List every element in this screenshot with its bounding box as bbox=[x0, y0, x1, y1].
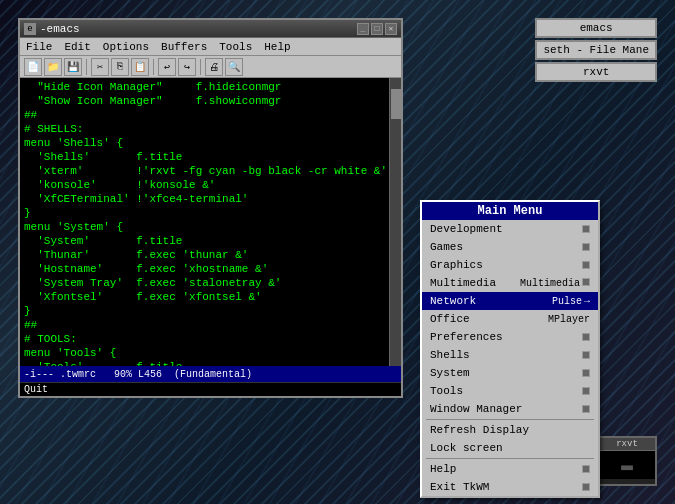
editor-line: ## bbox=[24, 108, 397, 122]
menu-network[interactable]: Network Pulse → bbox=[422, 292, 598, 310]
emacs-menubar: File Edit Options Buffers Tools Help bbox=[20, 38, 401, 56]
editor-line: } bbox=[24, 206, 397, 220]
editor-line: 'Xfontsel' f.exec 'xfontsel &' bbox=[24, 290, 397, 304]
menu-file[interactable]: File bbox=[20, 38, 58, 55]
menu-system[interactable]: System bbox=[422, 364, 598, 382]
menu-preferences-label: Preferences bbox=[430, 331, 503, 343]
toolbar-print[interactable]: 🖨 bbox=[205, 58, 223, 76]
editor-line: menu 'System' { bbox=[24, 220, 397, 234]
menu-shells[interactable]: Shells bbox=[422, 346, 598, 364]
editor-line: # SHELLS: bbox=[24, 122, 397, 136]
editor-scrollbar[interactable] bbox=[389, 78, 401, 366]
menu-preferences[interactable]: Preferences bbox=[422, 328, 598, 346]
menu-network-label: Network bbox=[430, 295, 476, 307]
main-menu-title: Main Menu bbox=[422, 202, 598, 220]
rxvt-content: ▬ bbox=[599, 451, 655, 479]
editor-line: 'xterm' !'rxvt -fg cyan -bg black -cr wh… bbox=[24, 164, 397, 178]
mode-line-text: -i--- .twmrc 90% L456 (Fundamental) bbox=[24, 369, 252, 380]
development-arrow-icon bbox=[582, 225, 590, 233]
small-win-seth-label: seth - File Mane bbox=[543, 44, 649, 56]
menu-help[interactable]: Help bbox=[422, 460, 598, 478]
close-button[interactable]: ✕ bbox=[385, 23, 397, 35]
toolbar-undo[interactable]: ↩ bbox=[158, 58, 176, 76]
menu-buffers[interactable]: Buffers bbox=[155, 38, 213, 55]
multimedia-extra: Multimedia bbox=[520, 278, 590, 289]
menu-separator-1 bbox=[426, 419, 594, 420]
menu-graphics-label: Graphics bbox=[430, 259, 483, 271]
menu-graphics[interactable]: Graphics bbox=[422, 256, 598, 274]
toolbar-new[interactable]: 📄 bbox=[24, 58, 42, 76]
editor-line: ## bbox=[24, 318, 397, 332]
editor-line: menu 'Tools' { bbox=[24, 346, 397, 360]
toolbar-copy[interactable]: ⎘ bbox=[111, 58, 129, 76]
editor-line: 'Shells' f.title bbox=[24, 150, 397, 164]
editor-content[interactable]: "Hide Icon Manager" f.hideiconmgr "Show … bbox=[20, 78, 401, 366]
status-bar: -i--- .twmrc 90% L456 (Fundamental) bbox=[20, 366, 401, 382]
menu-development-label: Development bbox=[430, 223, 503, 235]
menu-multimedia[interactable]: Multimedia Multimedia bbox=[422, 274, 598, 292]
editor-line: } bbox=[24, 304, 397, 318]
small-win-rxvt-label[interactable]: rxvt bbox=[535, 62, 657, 82]
menu-tools[interactable]: Tools bbox=[422, 382, 598, 400]
editor-line: 'Tools' f.title bbox=[24, 360, 397, 366]
menu-window-manager[interactable]: Window Manager bbox=[422, 400, 598, 418]
network-submenu: Pulse → bbox=[552, 296, 590, 307]
toolbar-open[interactable]: 📁 bbox=[44, 58, 62, 76]
editor-line: "Hide Icon Manager" f.hideiconmgr bbox=[24, 80, 397, 94]
menu-refresh[interactable]: Refresh Display bbox=[422, 421, 598, 439]
menu-options[interactable]: Options bbox=[97, 38, 155, 55]
menu-wm-label: Window Manager bbox=[430, 403, 522, 415]
scroll-thumb[interactable] bbox=[391, 89, 401, 119]
emacs-titlebar: e -emacs _ □ ✕ bbox=[20, 20, 401, 38]
tools-arrow-icon bbox=[582, 387, 590, 395]
menu-games[interactable]: Games bbox=[422, 238, 598, 256]
menu-office[interactable]: Office MPlayer bbox=[422, 310, 598, 328]
editor-line: "Show Icon Manager" f.showiconmgr bbox=[24, 94, 397, 108]
menu-system-label: System bbox=[430, 367, 470, 379]
maximize-button[interactable]: □ bbox=[371, 23, 383, 35]
graphics-arrow-icon bbox=[582, 261, 590, 269]
menu-development[interactable]: Development bbox=[422, 220, 598, 238]
menu-exit[interactable]: Exit TkWM bbox=[422, 478, 598, 496]
small-win-seth[interactable]: seth - File Mane bbox=[535, 40, 657, 60]
menu-shells-label: Shells bbox=[430, 349, 470, 361]
toolbar-save[interactable]: 💾 bbox=[64, 58, 82, 76]
minimize-button[interactable]: _ bbox=[357, 23, 369, 35]
shells-arrow-icon bbox=[582, 351, 590, 359]
rxvt-terminal-icon: ▬ bbox=[621, 454, 633, 477]
menu-refresh-label: Refresh Display bbox=[430, 424, 529, 436]
editor-line: 'konsole' !'konsole &' bbox=[24, 178, 397, 192]
rxvt-title: rxvt bbox=[599, 438, 655, 451]
toolbar-redo[interactable]: ↪ bbox=[178, 58, 196, 76]
menu-exit-label: Exit TkWM bbox=[430, 481, 489, 493]
menu-help[interactable]: Help bbox=[258, 38, 296, 55]
window-controls: _ □ ✕ bbox=[357, 23, 397, 35]
minibuffer-text: Quit bbox=[24, 384, 48, 395]
games-arrow-icon bbox=[582, 243, 590, 251]
small-win-emacs[interactable]: emacs bbox=[535, 18, 657, 38]
emacs-icon: e bbox=[24, 23, 36, 35]
menu-help-label: Help bbox=[430, 463, 456, 475]
menu-lock-label: Lock screen bbox=[430, 442, 503, 454]
wm-arrow-icon bbox=[582, 405, 590, 413]
toolbar-cut[interactable]: ✂ bbox=[91, 58, 109, 76]
exit-arrow-icon bbox=[582, 483, 590, 491]
editor-line: 'Hostname' f.exec 'xhostname &' bbox=[24, 262, 397, 276]
title-left: e -emacs bbox=[24, 23, 80, 35]
menu-separator-2 bbox=[426, 458, 594, 459]
toolbar-paste[interactable]: 📋 bbox=[131, 58, 149, 76]
multimedia-arrow-icon bbox=[582, 278, 590, 286]
emacs-window: e -emacs _ □ ✕ File Edit Options Buffers… bbox=[18, 18, 403, 398]
system-arrow-icon bbox=[582, 369, 590, 377]
toolbar-sep1 bbox=[86, 59, 87, 75]
menu-edit[interactable]: Edit bbox=[58, 38, 96, 55]
editor-line: 'System Tray' f.exec 'stalonetray &' bbox=[24, 276, 397, 290]
rxvt-window: rxvt ▬ bbox=[597, 436, 657, 486]
editor-line: # TOOLS: bbox=[24, 332, 397, 346]
small-windows-panel: emacs seth - File Mane rxvt bbox=[535, 18, 657, 82]
toolbar-search[interactable]: 🔍 bbox=[225, 58, 243, 76]
editor-line: 'XfCETerminal' !'xfce4-terminal' bbox=[24, 192, 397, 206]
menu-tools[interactable]: Tools bbox=[213, 38, 258, 55]
editor-line: 'System' f.title bbox=[24, 234, 397, 248]
menu-lock[interactable]: Lock screen bbox=[422, 439, 598, 457]
